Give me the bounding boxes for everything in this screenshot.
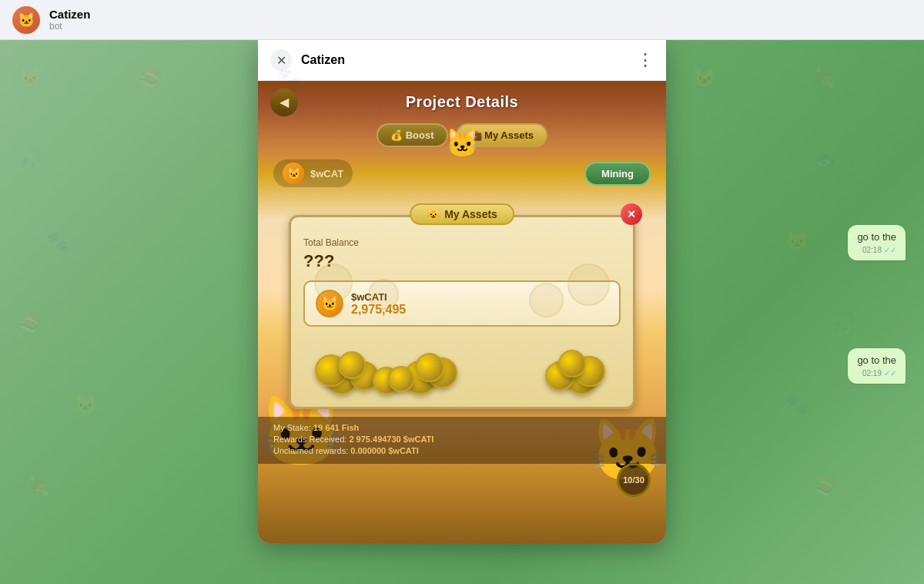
coins-area — [303, 333, 621, 394]
boost-tab[interactable]: 💰 Boost — [377, 123, 447, 147]
assets-panel-close[interactable]: ✕ — [621, 203, 642, 225]
bubble1-text: go to the — [857, 231, 896, 243]
assets-panel: 😺 My Assets ✕ Total Balance ??? 🐱 $w — [289, 215, 635, 409]
coin-13 — [388, 366, 414, 392]
bot-subtitle: bot — [49, 21, 90, 32]
total-balance-label: Total Balance — [303, 237, 621, 248]
stake-value: 19 641 Fish — [313, 423, 359, 432]
assets-panel-title: My Assets — [444, 208, 497, 220]
coin-4 — [338, 351, 366, 379]
ghost-coin-1 — [314, 263, 353, 302]
read-icon-1: ✓✓ — [884, 246, 896, 254]
chat-area: 🐱 🍣 🐾 🐱 🍖 🎣 🐟 🐾 🐱 🍣 🎣 🐱 🐾 🍖 🍣 Friday ⭐ C… — [0, 40, 924, 584]
close-icon: ✕ — [276, 53, 286, 68]
telegram-header: 🐱 Catizen bot — [0, 0, 924, 40]
rewards-label: Rewards Received: — [273, 435, 346, 444]
chat-bubble-1: go to the 02:18 ✓✓ — [848, 225, 906, 260]
stake-row: My Stake: 19 641 Fish — [273, 423, 651, 432]
back-icon: ◀ — [280, 95, 289, 109]
total-balance-value: ??? — [303, 251, 621, 271]
ghost-coin-4 — [529, 283, 564, 317]
modal-menu-button[interactable]: ⋮ — [637, 50, 654, 70]
cat-mascot-top: 🐱 — [445, 127, 480, 159]
modal-close-button[interactable]: ✕ — [270, 49, 292, 71]
boost-tab-label: 💰 Boost — [390, 129, 434, 141]
read-icon-2: ✓✓ — [884, 369, 896, 378]
bot-info: Catizen bot — [49, 8, 90, 32]
bubble2-text: go to the — [857, 354, 896, 366]
bubble2-time: 02:19 — [862, 369, 882, 378]
rewards-row: Rewards Received: 2 975.494730 $wCATI — [273, 435, 651, 444]
stake-label: My Stake: — [273, 423, 311, 432]
wcat-balance-display: 🐱 $wCAT — [273, 159, 353, 187]
game-content: ◀ Project Details 💰 Boost 💼 My Assets 🐱 … — [258, 81, 666, 543]
back-button[interactable]: ◀ — [270, 89, 298, 116]
wcat-icon: 🐱 — [283, 163, 304, 184]
coin-7 — [415, 353, 444, 382]
rewards-value: 2 975.494730 $wCATI — [349, 435, 434, 444]
unclaimed-value: 0.000000 $wCATI — [350, 446, 418, 455]
ghost-coin-2 — [368, 279, 399, 310]
close-assets-icon: ✕ — [627, 208, 636, 220]
unclaimed-label: Unclaimed rewards: — [273, 446, 348, 455]
chat-bubble-2: go to the 02:19 ✓✓ — [848, 348, 906, 384]
wcat-label: $wCAT — [310, 168, 343, 180]
modal-header: ✕ Catizen ⋮ — [258, 40, 666, 81]
cat-mascot-emoji: 🐱 — [445, 127, 480, 159]
bottom-info: My Stake: 19 641 Fish Rewards Received: … — [258, 417, 666, 464]
project-title: Project Details — [406, 93, 518, 111]
assets-panel-header: 😺 My Assets — [410, 203, 514, 225]
bot-avatar: 🐱 — [12, 6, 40, 34]
wcat-row: 🐱 $wCAT Mining — [258, 155, 666, 192]
project-header: ◀ Project Details — [258, 81, 666, 123]
coin-11 — [558, 350, 586, 378]
ghost-coin-3 — [567, 263, 610, 306]
mining-button[interactable]: Mining — [584, 162, 651, 186]
cat-face-icon: 😺 — [427, 208, 440, 220]
modal-title: Catizen — [301, 53, 628, 67]
unclaimed-row: Unclaimed rewards: 0.000000 $wCATI — [273, 446, 651, 455]
timer-circle: 10/30 — [617, 463, 651, 497]
mini-app-modal: ✕ Catizen ⋮ ◀ Project Details 💰 Boost — [258, 40, 666, 543]
bot-name: Catizen — [49, 8, 90, 21]
bubble1-time: 02:18 — [862, 246, 882, 254]
